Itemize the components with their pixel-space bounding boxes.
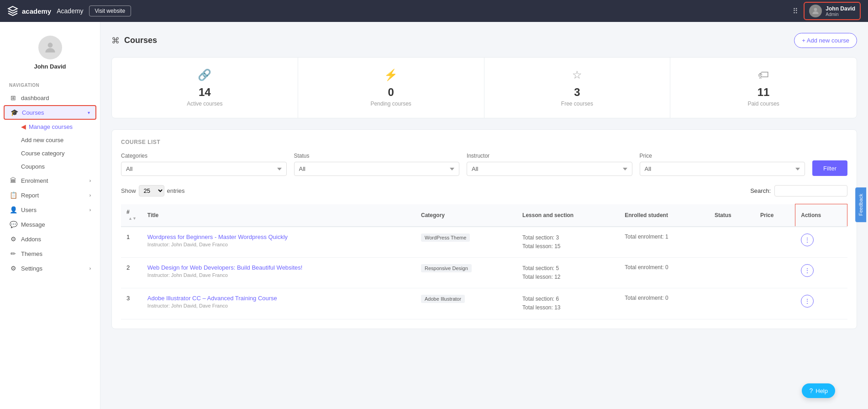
filter-categories-label: Categories [121, 153, 287, 159]
th-status: Status [709, 204, 755, 227]
row-num: 3 [121, 288, 142, 319]
sidebar-username: John David [9, 63, 91, 70]
sidebar-item-addons[interactable]: ⚙ Addons [0, 232, 100, 246]
chevron-down-icon: ▾ [88, 110, 90, 115]
sidebar-item-users[interactable]: 👤 Users › [0, 202, 100, 217]
action-dots-button[interactable]: ⋮ [801, 234, 814, 246]
addons-icon: ⚙ [9, 235, 17, 243]
row-title-cell: Adobe Illustrator CC – Advanced Training… [142, 288, 416, 319]
main-content: ⌘ Courses + Add new course 🔗 14 Active c… [100, 22, 868, 409]
navbar-right: ⠿ John David Admin [793, 2, 861, 20]
row-title-cell: Wordpress for Beginners - Master Wordpre… [142, 227, 416, 258]
row-actions: ⋮ [795, 227, 847, 258]
entries-select[interactable]: 25 50 100 [139, 185, 164, 197]
users-icon: 👤 [9, 206, 17, 213]
search-wrap: Search: [750, 185, 847, 197]
show-entries: Show 25 50 100 entries [121, 185, 185, 197]
chevron-right-icon: › [89, 193, 91, 198]
sidebar-item-label: Users [21, 207, 37, 213]
page-title: Courses [124, 36, 157, 45]
row-enrolled: Total enrolment: 0 [619, 257, 709, 288]
help-button[interactable]: ? Help [802, 383, 835, 398]
pending-courses-icon: ⚡ [307, 69, 475, 81]
total-lesson: Total lesson: 12 [522, 273, 614, 282]
category-badge: Adobe Illustrator [421, 295, 465, 303]
sidebar-subitem-label: Coupons [21, 163, 45, 170]
help-label: Help [815, 388, 828, 394]
sidebar-item-themes[interactable]: ✏ Themes [0, 246, 100, 261]
dashboard-icon: ⊞ [9, 94, 17, 101]
action-dots-button[interactable]: ⋮ [801, 295, 814, 308]
sidebar-item-enrolment[interactable]: 🏛 Enrolment › [0, 173, 100, 188]
page-title-icon: ⌘ [111, 36, 120, 46]
instructor-text: Instructor: John David, Dave Franco [147, 272, 410, 278]
row-status [709, 288, 755, 319]
sidebar-subitem-label: Manage courses [29, 123, 73, 130]
enrolment-icon: 🏛 [9, 177, 17, 184]
user-role: Admin [826, 12, 855, 17]
sidebar-subitem-coupons[interactable]: Coupons [0, 160, 100, 173]
sidebar-subitem-label: Add new course [21, 137, 63, 143]
row-lessons: Total section: 6 Total lesson: 13 [517, 288, 619, 319]
sidebar-item-dashboard[interactable]: ⊞ dashboard [0, 90, 100, 105]
filter-price-label: Price [640, 153, 805, 159]
stat-value-pending: 0 [307, 86, 475, 99]
sidebar-subitem-label: Course category [21, 150, 64, 157]
sidebar-item-settings[interactable]: ⚙ Settings › [0, 261, 100, 276]
sidebar-item-message[interactable]: 💬 Message [0, 217, 100, 232]
feedback-button[interactable]: Feedback [855, 187, 866, 222]
table-row: 1 Wordpress for Beginners - Master Wordp… [121, 227, 847, 258]
show-label: Show [121, 187, 136, 194]
svg-point-0 [814, 8, 817, 11]
status-select[interactable]: All [294, 162, 460, 176]
filter-button[interactable]: Filter [812, 160, 847, 176]
filters-row: Categories All Status All Instructor All [121, 153, 847, 176]
sidebar-subitem-manage-courses[interactable]: ◀ Manage courses [0, 120, 100, 133]
stats-row: 🔗 14 Active courses ⚡ 0 Pending courses … [111, 57, 857, 118]
sidebar-subitem-add-course[interactable]: Add new course [0, 133, 100, 147]
chevron-right-icon: › [89, 207, 91, 212]
sidebar-item-report[interactable]: 📋 Report › [0, 188, 100, 202]
action-dots-button[interactable]: ⋮ [801, 264, 814, 277]
row-actions: ⋮ [795, 257, 847, 288]
course-list-section: COURSE LIST Categories All Status All In… [111, 129, 857, 329]
course-title-link[interactable]: Web Design for Web Developers: Build Bea… [147, 264, 303, 271]
course-title-link[interactable]: Wordpress for Beginners - Master Wordpre… [147, 234, 288, 240]
brand-name: Academy [57, 7, 83, 15]
sidebar-item-label: Enrolment [21, 177, 48, 184]
active-courses-icon: 🔗 [121, 69, 289, 81]
visit-website-button[interactable]: Visit website [89, 5, 131, 16]
price-select[interactable]: All [640, 162, 805, 176]
course-title-link[interactable]: Adobe Illustrator CC – Advanced Training… [147, 295, 277, 302]
page-header: ⌘ Courses + Add new course [111, 33, 857, 48]
table-row: 2 Web Design for Web Developers: Build B… [121, 257, 847, 288]
filter-price: Price All [640, 153, 805, 176]
layout: John David NAVIGATION ⊞ dashboard 🎓 Cour… [0, 0, 868, 409]
stat-label-free: Free courses [494, 101, 661, 107]
sidebar-item-label: Courses [22, 109, 44, 116]
sidebar-item-courses[interactable]: 🎓 Courses ▾ [4, 105, 96, 120]
filter-status-label: Status [294, 153, 460, 159]
instructor-select[interactable]: All [467, 162, 632, 176]
stat-card-pending: ⚡ 0 Pending courses [298, 58, 484, 118]
total-lesson: Total lesson: 13 [522, 303, 614, 312]
instructor-text: Instructor: John David, Dave Franco [147, 242, 410, 247]
th-num: # ▲▼ [121, 204, 142, 227]
total-enrolment: Total enrolment: 1 [625, 234, 704, 240]
courses-icon: 🎓 [10, 109, 18, 116]
arrow-icon: ◀ [21, 123, 26, 130]
stat-card-paid: 🏷 11 Paid courses [670, 58, 857, 118]
grid-icon[interactable]: ⠿ [793, 7, 798, 16]
search-input[interactable] [774, 185, 847, 197]
categories-select[interactable]: All [121, 162, 287, 176]
row-category: WordPress Theme [416, 227, 517, 258]
free-courses-icon: ☆ [494, 69, 661, 81]
total-enrolment: Total enrolment: 0 [625, 264, 704, 271]
th-title: Title [142, 204, 416, 227]
stat-value-free: 3 [494, 86, 661, 99]
add-new-course-button[interactable]: + Add new course [794, 33, 857, 48]
user-menu[interactable]: John David Admin [804, 2, 861, 20]
table-row: 3 Adobe Illustrator CC – Advanced Traini… [121, 288, 847, 319]
sidebar-subitem-course-category[interactable]: Course category [0, 147, 100, 160]
themes-icon: ✏ [9, 250, 17, 257]
